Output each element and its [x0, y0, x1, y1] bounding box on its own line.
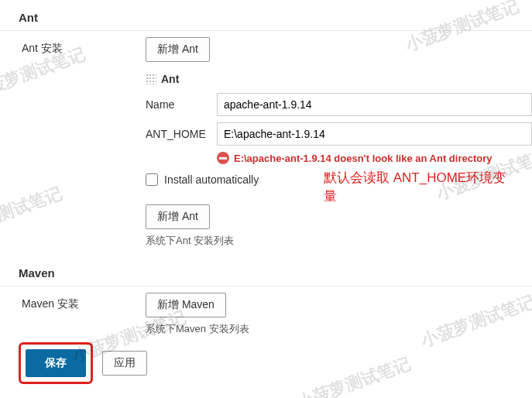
ant-home-label: ANT_HOME: [146, 128, 217, 140]
ant-block-title: Ant: [161, 73, 179, 85]
watermark: 小菠萝测试笔记: [294, 352, 414, 398]
maven-install-label: Maven 安装: [0, 293, 139, 311]
ant-home-input[interactable]: [217, 122, 532, 146]
apply-button[interactable]: 应用: [102, 351, 147, 376]
footer: 保存 应用: [19, 342, 147, 384]
save-highlight-box: 保存: [19, 342, 93, 384]
drag-handle-icon[interactable]: [146, 74, 156, 84]
annotation-text: 默认会读取 ANT_HOME环境变量: [324, 169, 510, 206]
maven-section-header: Maven: [0, 260, 532, 286]
ant-block-title-row: Ant: [146, 68, 532, 90]
ant-name-input[interactable]: [217, 93, 532, 116]
install-auto-checkbox[interactable]: [146, 173, 158, 186]
ant-name-label: Name: [146, 98, 217, 111]
maven-list-help: 系统下Maven 安装列表: [146, 317, 532, 338]
add-ant-button[interactable]: 新增 Ant: [146, 37, 210, 62]
ant-list-help: 系统下Ant 安装列表: [146, 229, 532, 249]
error-icon: [217, 152, 229, 164]
save-button[interactable]: 保存: [26, 349, 86, 377]
add-maven-button[interactable]: 新增 Maven: [146, 293, 226, 317]
ant-home-error: E:\apache-ant-1.9.14 doesn't look like a…: [146, 149, 532, 167]
ant-home-error-text: E:\apache-ant-1.9.14 doesn't look like a…: [234, 153, 492, 164]
install-auto-label: Install automatically: [164, 173, 259, 186]
add-ant-button-bottom[interactable]: 新增 Ant: [146, 204, 210, 229]
ant-install-label: Ant 安装: [0, 37, 139, 56]
ant-section-header: Ant: [0, 5, 532, 31]
